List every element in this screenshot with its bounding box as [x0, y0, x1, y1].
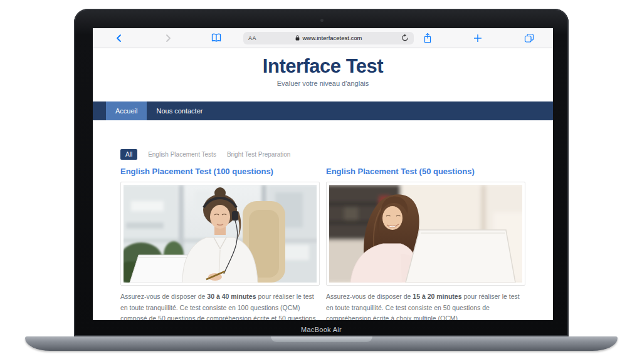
- card-photo-frame: [120, 182, 320, 286]
- lid-notch: [271, 336, 372, 342]
- main-nav: Accueil Nous contacter: [93, 101, 553, 120]
- reload-icon: [401, 34, 409, 42]
- lock-icon: [295, 35, 300, 41]
- forward-button[interactable]: [164, 34, 172, 43]
- tabs-overview-icon: [524, 33, 534, 43]
- page-title: Interface Test: [93, 55, 553, 78]
- photo-woman-with-headset: [124, 185, 317, 283]
- new-tab-button[interactable]: [473, 34, 482, 43]
- photo-smiling-woman-laptop: [329, 185, 522, 283]
- chevron-right-icon: [164, 34, 172, 43]
- filter-all[interactable]: All: [120, 149, 137, 160]
- card-photo-frame: [326, 182, 525, 286]
- chevron-left-icon: [115, 34, 123, 43]
- card-test-50-questions: English Placement Test (50 questions): [326, 167, 525, 320]
- plus-icon: [473, 34, 482, 43]
- card-title-link[interactable]: English Placement Test (50 questions): [326, 167, 525, 176]
- card-description: Assurez-vous de disposer de 15 à 20 minu…: [326, 291, 525, 320]
- address-url-area: www.interfacetest.com: [256, 34, 401, 41]
- card-test-100-questions: English Placement Test (100 questions): [120, 167, 320, 320]
- card-description: Assurez-vous de disposer de 30 à 40 minu…: [120, 291, 320, 320]
- site-header: Interface Test Evaluer votre niveau d'an…: [93, 48, 553, 101]
- reader-view-button[interactable]: AA: [248, 35, 256, 41]
- desc-text: Assurez-vous de disposer de: [326, 293, 413, 300]
- laptop-screen: AA www.interfacetest.com: [93, 28, 553, 320]
- open-book-icon: [211, 33, 221, 43]
- browser-toolbar: AA www.interfacetest.com: [93, 28, 553, 48]
- bookmarks-button[interactable]: [211, 33, 221, 43]
- tabs-button[interactable]: [524, 33, 534, 43]
- filter-bar: All English Placement Tests Bright Test …: [120, 149, 525, 160]
- filter-bright-test-preparation[interactable]: Bright Test Preparation: [227, 151, 291, 158]
- laptop-base: [25, 336, 618, 351]
- nav-item-nous-contacter[interactable]: Nous contacter: [147, 101, 212, 120]
- card-title-link[interactable]: English Placement Test (100 questions): [120, 167, 320, 176]
- share-icon: [423, 33, 432, 43]
- address-bar[interactable]: AA www.interfacetest.com: [243, 32, 414, 44]
- filter-english-placement-tests[interactable]: English Placement Tests: [148, 151, 216, 158]
- desc-text: Assurez-vous de disposer de: [120, 293, 207, 300]
- device-label: MacBook Air: [74, 326, 569, 333]
- test-cards: English Placement Test (100 questions): [120, 167, 525, 320]
- back-button[interactable]: [115, 34, 123, 43]
- page: AA www.interfacetest.com: [0, 0, 642, 364]
- laptop-frame: AA www.interfacetest.com: [74, 9, 569, 336]
- reload-button[interactable]: [401, 34, 409, 42]
- nav-item-accueil[interactable]: Accueil: [106, 101, 147, 120]
- url-text: www.interfacetest.com: [302, 34, 362, 41]
- desc-duration: 15 à 20 minutes: [413, 293, 461, 300]
- webcam-icon: [320, 19, 324, 22]
- share-button[interactable]: [423, 33, 432, 43]
- page-subtitle: Evaluer votre niveau d'anglais: [93, 80, 553, 87]
- page-content: All English Placement Tests Bright Test …: [93, 149, 553, 320]
- desc-duration: 30 à 40 minutes: [207, 293, 256, 300]
